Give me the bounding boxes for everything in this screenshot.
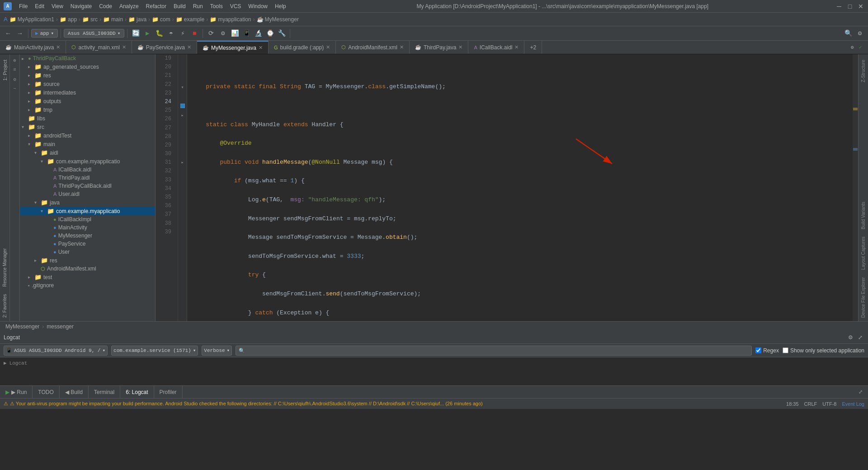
menu-code[interactable]: Code bbox=[95, 0, 116, 13]
breadcrumb-app[interactable]: 📁 app bbox=[60, 16, 77, 23]
toolbar-search[interactable]: 🔍 bbox=[843, 28, 854, 39]
toolbar-app-dropdown[interactable]: ▶ app ▾ bbox=[31, 29, 58, 38]
breadcrumb-myapplication[interactable]: 📁 myapplication bbox=[210, 16, 251, 23]
menu-navigate[interactable]: Navigate bbox=[67, 0, 95, 13]
stop-btn[interactable]: ■ bbox=[189, 28, 200, 39]
tree-res1[interactable]: ▸ 📁 res bbox=[20, 71, 155, 80]
btab-build[interactable]: ◀ Build bbox=[60, 386, 89, 398]
toolbar-btn6[interactable]: 🔧 bbox=[276, 28, 287, 39]
btab-todo[interactable]: TODO bbox=[33, 386, 59, 398]
tab-mymessenger[interactable]: ☕ MyMessenger.java ✕ bbox=[197, 41, 269, 54]
footer-member[interactable]: messenger bbox=[47, 323, 73, 330]
tree-user-aidl[interactable]: A User.aidl bbox=[20, 190, 155, 198]
menu-tools[interactable]: Tools bbox=[207, 0, 226, 13]
menu-edit[interactable]: Edit bbox=[31, 0, 48, 13]
tree-aidl[interactable]: ▾ 📁 aidl bbox=[20, 148, 155, 157]
structure-icon2[interactable]: ≡ bbox=[11, 66, 19, 74]
tree-main[interactable]: ▾ 📁 main bbox=[20, 140, 155, 148]
tab-panel-settings[interactable]: ⚙ bbox=[848, 43, 856, 52]
menu-help[interactable]: Help bbox=[271, 0, 290, 13]
menu-file[interactable]: File bbox=[15, 0, 31, 13]
toolbar-btn2[interactable]: 📊 bbox=[229, 28, 240, 39]
menu-window[interactable]: Window bbox=[245, 0, 271, 13]
tree-thridpay-aidl[interactable]: A ThridPay.aidl bbox=[20, 174, 155, 182]
toolbar-settings[interactable]: ⚙ bbox=[854, 28, 865, 39]
menu-view[interactable]: View bbox=[48, 0, 67, 13]
vtab-device-explorer[interactable]: Device File Explorer bbox=[859, 274, 867, 321]
coverage-btn[interactable]: ☂ bbox=[165, 28, 176, 39]
run-btn[interactable]: ▶ bbox=[142, 28, 153, 39]
breadcrumb-main[interactable]: 📁 main bbox=[103, 16, 123, 23]
maximize-button[interactable]: □ bbox=[846, 3, 854, 10]
tab-mainactivity[interactable]: ☕ MainActivity.java ✕ bbox=[0, 41, 66, 54]
tree-androidmanifest[interactable]: ⬡ AndroidManifest.xml bbox=[20, 265, 155, 273]
tree-user[interactable]: ● User bbox=[20, 248, 155, 256]
tree-ap-generated[interactable]: ▸ 📁 ap_generated_sources bbox=[20, 62, 155, 71]
tree-test[interactable]: ▸ 📁 test bbox=[20, 273, 155, 281]
tab-thirdpay[interactable]: ☕ ThirdPay.java ✕ bbox=[410, 41, 468, 54]
toolbar-btn5[interactable]: ⌚ bbox=[264, 28, 275, 39]
toolbar-btn3[interactable]: 📱 bbox=[241, 28, 252, 39]
tree-source[interactable]: ▸ 📁 source bbox=[20, 80, 155, 88]
menu-build[interactable]: Build bbox=[170, 0, 189, 13]
btab-logcat[interactable]: 6: Logcat bbox=[120, 386, 154, 398]
tab-activitymain[interactable]: ⬡ activity_main.xml ✕ bbox=[66, 41, 132, 54]
code-editor[interactable]: 19 20 21 22 23 24 25 26 27 28 29 30 31 3… bbox=[156, 54, 858, 321]
logcat-settings[interactable]: ⚙ bbox=[846, 333, 854, 342]
tab-payservice[interactable]: ☕ PayService.java ✕ bbox=[132, 41, 197, 54]
device-selector[interactable]: 📱 ASUS ASUS_I003DD Android 9, / ▾ bbox=[4, 346, 108, 356]
tree-thridpaycallback[interactable]: ▸ ● ThridPayCallBack bbox=[20, 54, 155, 62]
minimize-button[interactable]: ─ bbox=[835, 3, 843, 10]
tab-close-mymessenger[interactable]: ✕ bbox=[259, 45, 263, 51]
editor-scrollbar[interactable] bbox=[853, 54, 858, 321]
menu-analyze[interactable]: Analyze bbox=[116, 0, 142, 13]
tab-close-buildgradle[interactable]: ✕ bbox=[326, 44, 330, 50]
tab-close-payservice[interactable]: ✕ bbox=[187, 44, 191, 50]
toolbar-device-dropdown[interactable]: Asus ASUS_I003DD ▾ bbox=[64, 29, 124, 38]
vtab-project[interactable]: 1: Project bbox=[1, 56, 9, 84]
tree-icallbackimpl[interactable]: ● ICallBackImpl bbox=[20, 215, 155, 223]
tree-mainactivity[interactable]: ● MainActivity bbox=[20, 223, 155, 232]
vtab-favorites[interactable]: 2: Favorites bbox=[1, 290, 9, 321]
footer-file[interactable]: MyMessenger bbox=[5, 323, 39, 330]
close-button[interactable]: ✕ bbox=[857, 3, 864, 10]
btab-expand[interactable]: ⤢ bbox=[856, 388, 864, 396]
vtab-build-variants[interactable]: Build Variants bbox=[859, 198, 867, 233]
tab-close-mainactivity[interactable]: ✕ bbox=[56, 44, 60, 50]
tree-outputs[interactable]: ▸ 📁 outputs bbox=[20, 97, 155, 105]
tree-icallback-aidl[interactable]: A ICallBack.aidl bbox=[20, 166, 155, 174]
breadcrumb-messenger[interactable]: ☕ MyMessenger bbox=[257, 16, 299, 23]
logcat-search-input[interactable] bbox=[236, 346, 752, 356]
breakpoint-24[interactable] bbox=[180, 104, 185, 108]
tree-libs[interactable]: 📁 libs bbox=[20, 114, 155, 123]
menu-vcs[interactable]: VCS bbox=[226, 0, 245, 13]
structure-icon1[interactable]: ⊕ bbox=[11, 56, 19, 64]
tree-intermediates[interactable]: ▸ 📁 intermediates bbox=[20, 88, 155, 97]
toolbar-btn4[interactable]: 🔬 bbox=[253, 28, 264, 39]
tree-src[interactable]: ▾ 📁 src bbox=[20, 123, 155, 131]
tab-check[interactable]: ✓ bbox=[856, 43, 864, 52]
tree-mymessenger[interactable]: ● MyMessenger bbox=[20, 232, 155, 240]
vtab-layout-captures[interactable]: Layout Captures bbox=[859, 233, 867, 273]
sync-btn[interactable]: 🔄 bbox=[130, 28, 141, 39]
vtab-resource-manager[interactable]: Resource Manager bbox=[1, 245, 9, 290]
toolbar-sync2[interactable]: ⟳ bbox=[206, 28, 217, 39]
tab-icallback[interactable]: A ICallBack.aidl ✕ bbox=[468, 41, 524, 54]
structure-icon3[interactable]: ⚙ bbox=[11, 75, 19, 83]
tab-more[interactable]: +2 bbox=[524, 41, 542, 54]
menu-run[interactable]: Run bbox=[189, 0, 207, 13]
regex-checkbox[interactable] bbox=[755, 347, 761, 353]
tab-close-activitymain[interactable]: ✕ bbox=[122, 44, 126, 50]
breadcrumb-project[interactable]: 📁 MyApplication1 bbox=[9, 16, 54, 23]
tree-res2[interactable]: ▸ 📁 res bbox=[20, 256, 155, 265]
tree-com-java[interactable]: ▾ 📁 com.example.myapplicatio bbox=[20, 207, 155, 215]
tree-tmp[interactable]: ▸ 📁 tmp bbox=[20, 105, 155, 114]
tab-close-icallback[interactable]: ✕ bbox=[514, 44, 519, 50]
tab-androidmanifest[interactable]: ⬡ AndroidManifest.xml ✕ bbox=[336, 41, 410, 54]
tree-androidtest[interactable]: ▸ 📁 androidTest bbox=[20, 131, 155, 140]
tree-gitignore[interactable]: ▪ .gitignore bbox=[20, 281, 155, 290]
menu-refactor[interactable]: Refactor bbox=[142, 0, 170, 13]
tab-close-thirdpay[interactable]: ✕ bbox=[458, 44, 462, 50]
status-event-log[interactable]: Event Log bbox=[842, 401, 864, 407]
logcat-expand[interactable]: ⤢ bbox=[856, 333, 864, 342]
